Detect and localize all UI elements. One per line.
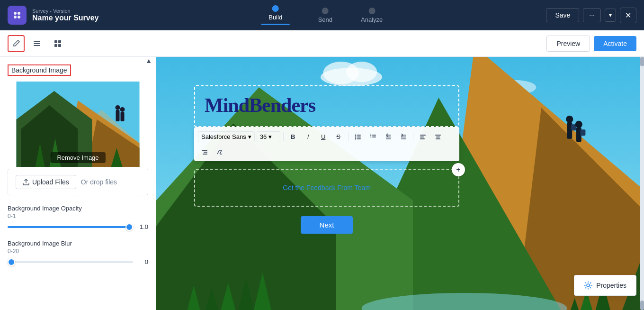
svg-rect-57 (357, 138, 361, 139)
grid-view-button[interactable] (49, 35, 66, 52)
svg-rect-5 (34, 43, 40, 44)
activate-button[interactable]: Activate (594, 36, 636, 51)
step-indicators: Build Send Analyze (261, 5, 383, 25)
blur-value: 0 (137, 258, 148, 265)
scrollbar-thumb-top[interactable] (640, 57, 644, 66)
background-image-preview: Remove Image (8, 82, 148, 167)
opacity-value: 1.0 (137, 223, 148, 230)
svg-text:2.: 2. (370, 135, 372, 138)
svg-rect-55 (357, 137, 361, 137)
step-label-analyze: Analyze (361, 16, 383, 23)
svg-rect-59 (372, 135, 376, 136)
svg-rect-4 (34, 41, 40, 42)
svg-rect-73 (436, 138, 440, 139)
properties-panel[interactable]: Properties (574, 275, 636, 296)
svg-point-1 (18, 12, 20, 15)
underline-button[interactable]: U (317, 130, 330, 143)
remove-image-button[interactable]: Remove Image (50, 152, 105, 163)
next-button[interactable]: Next (301, 216, 353, 234)
strikethrough-button[interactable]: S (332, 130, 345, 143)
font-family-selector[interactable]: Salesforce Sans ▾ (198, 131, 255, 142)
svg-rect-71 (435, 135, 441, 136)
svg-point-54 (355, 137, 356, 138)
secondary-toolbar: Preview Activate (0, 30, 644, 57)
svg-point-46 (566, 116, 573, 123)
main-layout: ▲ Background Image (0, 57, 644, 310)
step-analyze[interactable]: Analyze (361, 8, 383, 23)
list-view-button[interactable] (28, 35, 45, 52)
upload-files-button[interactable]: Upload Files (16, 175, 76, 189)
svg-point-22 (116, 105, 120, 110)
svg-rect-6 (34, 45, 40, 46)
step-dot-analyze (368, 8, 375, 14)
edit-mode-button[interactable] (8, 35, 25, 52)
survey-subtitle: Get the Feedback From Team (283, 184, 371, 191)
font-family-chevron-icon: ▾ (248, 133, 251, 140)
close-button[interactable]: ✕ (620, 8, 636, 23)
background-image-section-title: Background Image (8, 64, 71, 76)
upload-area: Upload Files Or drop files (8, 169, 148, 195)
survey-title-area: Survey - Version Name your Survey (32, 8, 99, 22)
canvas-scrollbar[interactable] (640, 57, 644, 310)
svg-rect-53 (357, 135, 361, 136)
svg-point-0 (14, 12, 17, 15)
survey-subtitle: Survey - Version (32, 8, 99, 14)
svg-rect-8 (58, 40, 61, 43)
align-left-button[interactable] (416, 130, 429, 143)
opacity-thumb[interactable] (125, 223, 133, 231)
increase-indent-button[interactable] (397, 130, 410, 143)
svg-point-56 (355, 138, 356, 140)
survey-title-box[interactable]: MindBenders (194, 85, 459, 127)
svg-rect-68 (420, 135, 426, 136)
toolbar-divider-2 (348, 132, 349, 141)
step-dot-send (322, 8, 329, 14)
scroll-up-button[interactable]: ▲ (145, 57, 152, 64)
svg-point-52 (355, 135, 356, 136)
unordered-list-button[interactable] (351, 130, 365, 143)
svg-rect-7 (54, 40, 57, 43)
blur-track[interactable] (8, 261, 133, 263)
app-logo (8, 6, 27, 25)
survey-name: Name your Survey (32, 14, 99, 22)
blur-thumb[interactable] (8, 258, 15, 266)
opacity-label: Background Image Opacity (8, 205, 148, 212)
add-content-button[interactable]: + (452, 163, 465, 176)
ordered-list-button[interactable]: 1. 2. (367, 130, 380, 143)
svg-rect-23 (121, 112, 125, 121)
opacity-track[interactable] (8, 226, 133, 228)
svg-point-28 (346, 62, 377, 82)
align-center-button[interactable] (431, 130, 445, 143)
survey-subtitle-box[interactable]: Get the Feedback From Team + (194, 169, 459, 207)
survey-title[interactable]: MindBenders (205, 94, 449, 117)
dropdown-button[interactable]: ▾ (605, 9, 616, 22)
properties-icon (584, 281, 592, 290)
blur-label: Background Image Blur (8, 240, 148, 247)
upload-or-label: Or drop files (81, 178, 117, 186)
scrollbar-thumb-bottom[interactable] (640, 301, 644, 310)
toolbar-divider-3 (413, 132, 413, 141)
bold-button[interactable]: B (286, 130, 300, 143)
survey-preview: MindBenders Salesforce Sans ▾ 36 ▾ B I (156, 57, 644, 310)
svg-rect-70 (420, 138, 425, 139)
topbar-actions: Save ··· ▾ ✕ (546, 8, 636, 23)
blur-slider-section: Background Image Blur 0-20 0 (8, 240, 148, 265)
save-button[interactable]: Save (546, 8, 579, 22)
svg-rect-76 (203, 154, 207, 155)
svg-rect-50 (581, 129, 586, 136)
decrease-indent-button[interactable] (382, 130, 395, 143)
font-family-label: Salesforce Sans (201, 133, 246, 140)
step-build[interactable]: Build (261, 5, 290, 25)
step-send[interactable]: Send (318, 8, 332, 23)
more-options-button[interactable]: ··· (583, 8, 601, 22)
preview-button[interactable]: Preview (546, 36, 590, 52)
opacity-range: 0-1 (8, 213, 148, 219)
blur-range: 0-20 (8, 248, 148, 255)
align-right-button[interactable] (198, 145, 211, 158)
clear-formatting-button[interactable] (213, 145, 226, 158)
italic-button[interactable]: I (302, 130, 315, 143)
toolbar-divider-1 (283, 132, 284, 141)
svg-rect-75 (204, 152, 207, 153)
svg-rect-74 (202, 150, 207, 151)
svg-point-3 (18, 16, 20, 18)
font-size-selector[interactable]: 36 ▾ (257, 131, 280, 142)
